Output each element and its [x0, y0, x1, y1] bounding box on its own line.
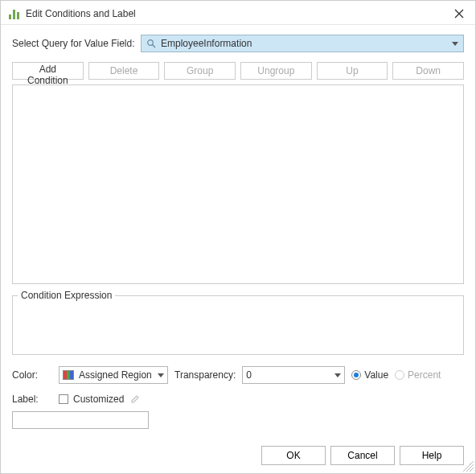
dialog-content: Select Query for Value Field: EmployeeIn… — [1, 25, 475, 473]
percent-radio: Percent — [395, 369, 441, 381]
resize-grip[interactable] — [462, 460, 474, 472]
titlebar: Edit Conditions and Label — [1, 1, 475, 25]
delete-button[interactable]: Delete — [88, 62, 160, 80]
condition-button-row: Add Condition Delete Group Ungroup Up Do… — [12, 62, 464, 80]
transparency-label: Transparency: — [174, 369, 236, 381]
edit-icon — [130, 394, 140, 404]
svg-line-1 — [153, 45, 155, 47]
chevron-down-icon — [334, 373, 341, 377]
transparency-value: 0 — [246, 369, 330, 381]
ok-button[interactable]: OK — [261, 446, 326, 465]
svg-point-0 — [148, 40, 154, 46]
percent-radio-label: Percent — [408, 369, 441, 381]
group-button[interactable]: Group — [164, 62, 236, 80]
label-input[interactable] — [12, 411, 149, 429]
chart-icon — [9, 8, 19, 19]
ungroup-button[interactable]: Ungroup — [240, 62, 312, 80]
color-select-value: Assigned Region — [79, 369, 153, 381]
condition-expression-legend: Condition Expression — [18, 290, 115, 301]
cancel-button[interactable]: Cancel — [330, 446, 395, 465]
footer-buttons: OK Cancel Help — [12, 446, 464, 465]
color-swatch-icon — [63, 370, 74, 380]
chevron-down-icon — [452, 42, 458, 46]
conditions-list[interactable] — [12, 84, 464, 284]
query-row: Select Query for Value Field: EmployeeIn… — [12, 35, 464, 52]
color-label: Color: — [12, 369, 52, 381]
label-input-row — [12, 411, 464, 429]
label-label: Label: — [12, 394, 52, 405]
query-label: Select Query for Value Field: — [12, 38, 141, 49]
close-icon[interactable] — [451, 6, 467, 22]
color-select[interactable]: Assigned Region — [59, 366, 168, 384]
customized-checkbox[interactable]: Customized — [59, 394, 124, 405]
transparency-select[interactable]: 0 — [242, 366, 345, 384]
help-button[interactable]: Help — [400, 446, 464, 465]
dialog-title: Edit Conditions and Label — [26, 8, 451, 19]
customized-checkbox-label: Customized — [73, 394, 124, 405]
label-row: Label: Customized — [12, 394, 464, 405]
condition-expression-fieldset: Condition Expression — [12, 295, 464, 355]
value-radio[interactable]: Value — [351, 369, 388, 381]
color-row: Color: Assigned Region Transparency: 0 V… — [12, 366, 464, 384]
value-radio-label: Value — [364, 369, 388, 381]
chevron-down-icon — [158, 373, 164, 377]
down-button[interactable]: Down — [392, 62, 464, 80]
up-button[interactable]: Up — [317, 62, 388, 80]
query-select-value: EmployeeInformation — [161, 38, 452, 49]
dialog: Edit Conditions and Label Select Query f… — [0, 0, 476, 474]
search-icon — [146, 39, 156, 48]
query-select[interactable]: EmployeeInformation — [141, 35, 464, 52]
add-condition-button[interactable]: Add Condition — [12, 62, 84, 80]
